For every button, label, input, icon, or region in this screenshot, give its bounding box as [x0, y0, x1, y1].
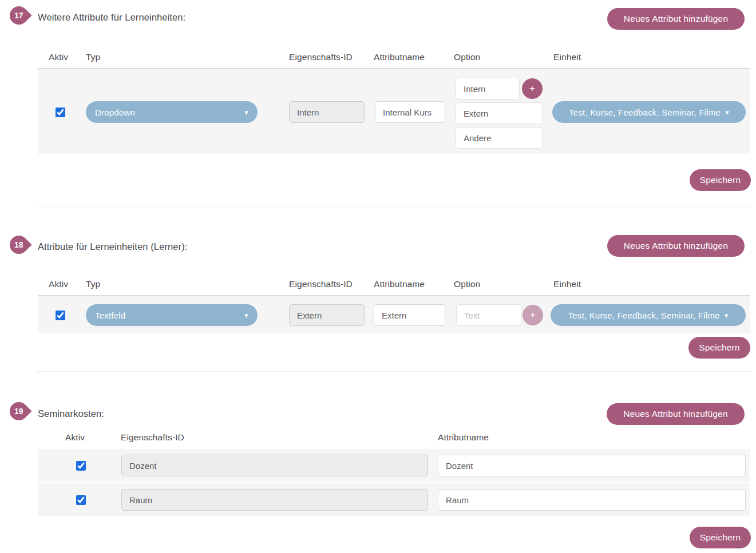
einheit-dropdown-value: Test, Kurse, Feedback, Seminar, Filme: [568, 311, 720, 320]
section-title: Seminarkosten:: [38, 408, 104, 419]
save-button[interactable]: Speichern: [688, 337, 750, 359]
column-header-attributname: Attributname: [374, 52, 425, 62]
column-header-typ: Typ: [86, 279, 100, 289]
section-title: Weitere Attribute für Lerneinheiten:: [38, 12, 185, 23]
add-attribute-button[interactable]: Neues Attribut hinzufügen: [607, 403, 745, 425]
attributname-field[interactable]: [374, 304, 445, 326]
eigenschafts-id-field: [289, 101, 365, 123]
column-header-aktiv: Aktiv: [65, 432, 85, 443]
eigenschafts-id-field: [289, 304, 365, 326]
eigenschafts-id-field: [121, 489, 428, 511]
option-field-1[interactable]: [456, 78, 520, 100]
aktiv-checkbox[interactable]: [56, 108, 65, 117]
add-attribute-button[interactable]: Neues Attribut hinzufügen: [607, 8, 745, 30]
einheit-dropdown[interactable]: Test, Kurse, Feedback, Seminar, Filme ▾: [552, 101, 746, 123]
column-header-aktiv: Aktiv: [49, 279, 68, 289]
column-header-eigenschafts-id: Eigenschafts-ID: [289, 52, 353, 62]
typ-dropdown-value: Dropdown: [95, 108, 135, 117]
typ-dropdown[interactable]: Textfeld ▾: [86, 304, 258, 326]
option-field-3[interactable]: [456, 127, 543, 149]
add-option-button[interactable]: +: [522, 78, 543, 99]
column-header-aktiv: Aktiv: [49, 52, 68, 62]
typ-dropdown-value: Textfeld: [95, 311, 125, 320]
column-header-option: Option: [454, 52, 480, 62]
chevron-down-icon: ▾: [244, 109, 248, 116]
section-title: Attribute für Lerneinheiten (Lerner):: [38, 241, 187, 252]
attributname-field[interactable]: [438, 489, 746, 511]
attribute-settings-page: 17 Weitere Attribute für Lerneinheiten: …: [0, 0, 756, 553]
eigenschafts-id-field: [121, 455, 428, 476]
attributname-field[interactable]: [375, 101, 445, 123]
einheit-dropdown-value: Test, Kurse, Feedback, Seminar, Filme: [569, 108, 721, 117]
step-badge-18: 18: [6, 232, 31, 257]
save-button[interactable]: Speichern: [690, 527, 751, 548]
column-header-eigenschafts-id: Eigenschafts-ID: [121, 432, 184, 443]
einheit-dropdown[interactable]: Test, Kurse, Feedback, Seminar, Filme ▾: [551, 304, 746, 326]
step-badge-19-number: 19: [14, 407, 23, 416]
section-seminarkosten: 19 Seminarkosten: Neues Attribut hinzufü…: [0, 372, 756, 553]
step-badge-17-number: 17: [14, 11, 23, 20]
section-weitere-attribute: 17 Weitere Attribute für Lerneinheiten: …: [0, 0, 756, 206]
chevron-down-icon: ▾: [244, 312, 248, 319]
column-header-typ: Typ: [86, 52, 100, 62]
attributname-field[interactable]: [438, 455, 746, 476]
column-header-einheit: Einheit: [553, 279, 581, 289]
chevron-down-icon: ▾: [725, 109, 729, 116]
plus-icon: +: [530, 309, 536, 321]
column-header-eigenschafts-id: Eigenschafts-ID: [289, 279, 353, 289]
plus-icon: +: [529, 83, 535, 94]
column-header-attributname: Attributname: [438, 432, 489, 443]
column-header-einheit: Einheit: [553, 52, 581, 62]
option-field-2[interactable]: [456, 102, 543, 124]
aktiv-checkbox[interactable]: [56, 311, 65, 320]
add-attribute-button[interactable]: Neues Attribut hinzufügen: [607, 235, 745, 257]
option-field[interactable]: [456, 304, 522, 326]
section-attribute-lerner: 18 Attribute für Lerneinheiten (Lerner):…: [0, 206, 756, 372]
add-option-button-disabled[interactable]: +: [523, 305, 543, 325]
aktiv-checkbox[interactable]: [76, 461, 86, 471]
step-badge-19: 19: [6, 398, 31, 424]
column-header-attributname: Attributname: [374, 279, 425, 289]
step-badge-18-number: 18: [14, 240, 23, 249]
column-header-option: Option: [454, 279, 480, 289]
aktiv-checkbox[interactable]: [76, 495, 86, 505]
save-button[interactable]: Speichern: [690, 169, 751, 191]
typ-dropdown[interactable]: Dropdown ▾: [86, 101, 258, 123]
step-badge-17: 17: [6, 2, 31, 28]
chevron-down-icon: ▾: [725, 312, 729, 319]
